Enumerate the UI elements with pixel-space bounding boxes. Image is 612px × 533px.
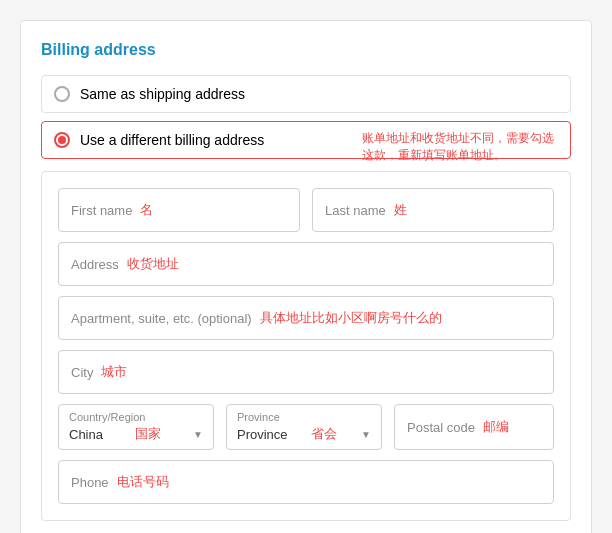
last-name-value: 姓 [394,201,407,219]
province-field[interactable]: Province Province 省会 ▼ [226,404,382,450]
city-value: 城市 [101,363,127,381]
apartment-value: 具体地址比如小区啊房号什么的 [260,309,442,327]
name-row: First name 名 Last name 姓 [58,188,554,232]
address-value: 收货地址 [127,255,179,273]
city-row: City 城市 [58,350,554,394]
province-label: Province [237,411,371,423]
same-as-shipping-label: Same as shipping address [80,86,245,102]
address-field[interactable]: Address 收货地址 [58,242,554,286]
country-select-row: China 国家 ▼ [69,425,203,443]
postal-value: 邮编 [483,418,509,436]
last-name-field[interactable]: Last name 姓 [312,188,554,232]
billing-form: First name 名 Last name 姓 Address 收货地址 Ap… [41,171,571,521]
city-field[interactable]: City 城市 [58,350,554,394]
radio-dot-inner [58,136,66,144]
country-extra: 国家 [135,425,161,443]
first-name-field[interactable]: First name 名 [58,188,300,232]
phone-label: Phone [71,475,109,490]
phone-row: Phone 电话号码 [58,460,554,504]
phone-value: 电话号码 [117,473,169,491]
apartment-field[interactable]: Apartment, suite, etc. (optional) 具体地址比如… [58,296,554,340]
radio-selected-icon [54,132,70,148]
country-chevron-icon: ▼ [193,429,203,440]
same-as-shipping-option[interactable]: Same as shipping address [41,75,571,113]
different-billing-option[interactable]: Use a different billing address 账单地址和收货地… [41,121,571,159]
city-label: City [71,365,93,380]
province-select-row: Province 省会 ▼ [237,425,371,443]
radio-empty-icon [54,86,70,102]
country-field[interactable]: Country/Region China 国家 ▼ [58,404,214,450]
country-value: China [69,427,103,442]
province-chevron-icon: ▼ [361,429,371,440]
address-row: Address 收货地址 [58,242,554,286]
phone-field[interactable]: Phone 电话号码 [58,460,554,504]
postal-label: Postal code [407,420,475,435]
province-extra: 省会 [311,425,337,443]
billing-address-container: Billing address Same as shipping address… [20,20,592,533]
region-row: Country/Region China 国家 ▼ Province Provi… [58,404,554,450]
last-name-label: Last name [325,203,386,218]
apartment-row: Apartment, suite, etc. (optional) 具体地址比如… [58,296,554,340]
different-billing-label: Use a different billing address [80,132,264,148]
apartment-label: Apartment, suite, etc. (optional) [71,311,252,326]
province-value: Province [237,427,288,442]
first-name-value: 名 [140,201,153,219]
country-label: Country/Region [69,411,203,423]
tooltip-text: 账单地址和收货地址不同，需要勾选这款，重新填写账单地址。 [362,130,562,164]
section-title: Billing address [41,41,571,59]
postal-field[interactable]: Postal code 邮编 [394,404,554,450]
first-name-label: First name [71,203,132,218]
address-label: Address [71,257,119,272]
